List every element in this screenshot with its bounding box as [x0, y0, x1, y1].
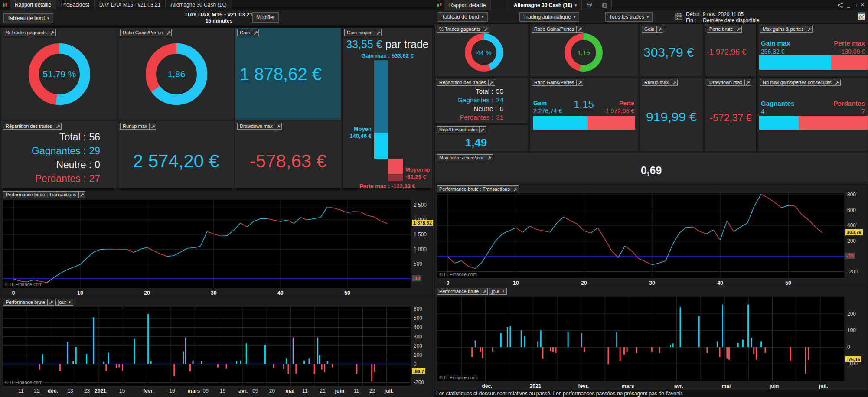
- x-axis-label: juil.: [819, 383, 828, 389]
- y-axis-label: 400: [847, 222, 856, 228]
- x-axis-label: 30: [211, 290, 216, 296]
- dashboard-dropdown[interactable]: Tableau de bord▾: [3, 13, 53, 23]
- equity-curve-chart[interactable]: © IT-Finance.com: [437, 193, 844, 278]
- trading-mode-dropdown[interactable]: Trading automatique▾: [519, 12, 579, 22]
- card-ratio-gains-pertes: Ratio Gains/Pertes 1,86: [118, 27, 234, 120]
- trades-filter-dropdown[interactable]: Tous les trades▾: [605, 12, 653, 22]
- card-title: Moy ordres exec/jour: [437, 154, 486, 161]
- x-axis-label: mars: [188, 388, 200, 394]
- daily-bars-chart[interactable]: © IT-Finance.com: [3, 307, 411, 386]
- card-runup-max: Runup max 919,99 €: [640, 77, 703, 152]
- window-controls: _ □ ✕: [834, 0, 868, 10]
- period-dropdown[interactable]: jour▾: [489, 288, 507, 295]
- chart-app-icon[interactable]: [858, 12, 865, 20]
- x-axis-label: 11: [302, 388, 307, 394]
- instrument-dropdown[interactable]: Allemagne 30 Cash (1€)▾: [509, 0, 582, 10]
- tab-rapport-detaille[interactable]: Rapport détaillé: [10, 0, 56, 10]
- chart-canvas: [437, 193, 844, 278]
- calendar-icon[interactable]: [675, 13, 682, 20]
- card-risk-reward: Risk/Reward ratio 1,49: [434, 124, 528, 152]
- runup-value: 2 574,20 €: [118, 151, 234, 172]
- wrench-icon[interactable]: [483, 26, 489, 33]
- maximize-icon[interactable]: □: [854, 3, 857, 8]
- card-drawdown-max: Drawdown max -572,37 €: [705, 77, 757, 152]
- loss-range-bar: [388, 174, 403, 181]
- toolbar-left: Tableau de bord▾ DAY DAX M15 - v21.03.21…: [0, 10, 434, 27]
- wrench-icon[interactable]: [252, 29, 259, 36]
- x-axis-label: juin: [770, 383, 779, 389]
- period-dropdown[interactable]: jour▾: [55, 299, 73, 306]
- x-axis-label: févr.: [143, 388, 154, 394]
- wrench-icon[interactable]: [375, 29, 382, 36]
- perte-max-value: -130,09 €: [839, 48, 865, 55]
- wrench-icon[interactable]: [577, 79, 583, 86]
- x-axis-label: févr.: [578, 383, 589, 389]
- card-title: Gain moyen: [344, 29, 375, 36]
- zero-value-tag: -10: [412, 275, 421, 281]
- card-ratio-gains-pertes: Ratio Gains/Pertes 1,15: [529, 24, 638, 76]
- wrench-icon[interactable]: [165, 29, 172, 36]
- x-axis-label: 15: [119, 388, 125, 394]
- tab-probacktest[interactable]: ProBacktest: [56, 0, 95, 10]
- gain-value: 303,79 €: [643, 45, 694, 60]
- card-winrate: % Trades gagnants 51,79 %: [1, 27, 117, 120]
- x-axis-label: juin: [335, 388, 344, 394]
- wrench-icon[interactable]: [834, 79, 841, 86]
- minimize-icon[interactable]: _: [847, 3, 850, 8]
- x-axis-label: 2021: [530, 383, 542, 389]
- tab-allemagne-30-cash[interactable]: Allemagne 30 Cash (1€): [166, 0, 232, 10]
- x-axis-label: 0: [447, 280, 450, 286]
- wrench-icon[interactable]: [577, 26, 583, 33]
- x-axis-label: 09: [252, 388, 258, 394]
- card-drawdown-max: Drawdown max -578,63 €: [235, 121, 341, 189]
- perdantes-label: Perdantes: [833, 100, 865, 107]
- ratio-value: 1,15: [577, 49, 590, 56]
- gain-moyen-chart: [343, 28, 432, 188]
- wrench-icon[interactable]: [512, 185, 519, 192]
- wrench-icon[interactable]: [150, 123, 156, 130]
- watermark: © IT-Finance.com: [439, 272, 477, 277]
- wrench-icon[interactable]: [48, 299, 54, 306]
- x-axis-label: 2021: [95, 388, 106, 394]
- card-moy-ordres: Moy ordres exec/jour 0,69: [434, 153, 868, 183]
- watermark: © IT-Finance.com: [5, 282, 42, 287]
- gain-bar-segment: [759, 116, 799, 130]
- tab-rapport-detaille[interactable]: Rapport détaillé: [444, 0, 491, 10]
- x-axis-label: 11: [18, 388, 23, 394]
- card-title: Gain: [642, 26, 657, 33]
- close-icon[interactable]: ✕: [861, 2, 865, 8]
- card-title: Performance brute : Transactions: [3, 191, 79, 198]
- winrate-value: 51,79 %: [42, 69, 76, 79]
- wrench-icon[interactable]: [480, 126, 486, 133]
- share-icon[interactable]: [837, 2, 843, 8]
- restore-window-icon[interactable]: [582, 0, 597, 10]
- dashboard-dropdown[interactable]: Tableau de bord▾: [438, 12, 488, 22]
- repartition-list: Total :55 Gagnantes :24 Neutre :0 Perdan…: [458, 87, 503, 122]
- wrench-icon[interactable]: [489, 79, 495, 86]
- copy-report-icon[interactable]: [597, 0, 612, 10]
- wrench-icon[interactable]: [481, 288, 488, 295]
- x-axis-label: 21: [320, 388, 325, 394]
- wrench-icon[interactable]: [486, 154, 493, 161]
- modify-button[interactable]: Modifier: [252, 12, 279, 23]
- ratio-bar: [533, 116, 635, 130]
- empty-tab[interactable]: [491, 0, 509, 10]
- y-axis-label: 1 000: [414, 246, 427, 252]
- wrench-icon[interactable]: [49, 29, 56, 36]
- wrench-icon[interactable]: [55, 123, 62, 130]
- daily-bars-chart[interactable]: © IT-Finance.com: [437, 297, 844, 381]
- wrench-icon[interactable]: [745, 79, 751, 86]
- tab-day-dax-m15[interactable]: DAY DAX M15 - v21.03.21: [95, 0, 166, 10]
- perte-label: Perte: [619, 100, 634, 107]
- x-axis-label: 30: [649, 280, 655, 286]
- card-perte-brute: Perte brute -1 972,96 €: [705, 24, 757, 76]
- wrench-icon[interactable]: [79, 191, 85, 198]
- wrench-icon[interactable]: [671, 79, 678, 86]
- wrench-icon[interactable]: [275, 123, 282, 130]
- wrench-icon[interactable]: [657, 26, 663, 33]
- wrench-icon[interactable]: [735, 26, 742, 33]
- nb-max-bar: [759, 116, 868, 130]
- equity-curve-chart[interactable]: © IT-Finance.com: [3, 200, 411, 288]
- drawdown-value: -578,63 €: [235, 151, 341, 172]
- wrench-icon[interactable]: [806, 26, 813, 33]
